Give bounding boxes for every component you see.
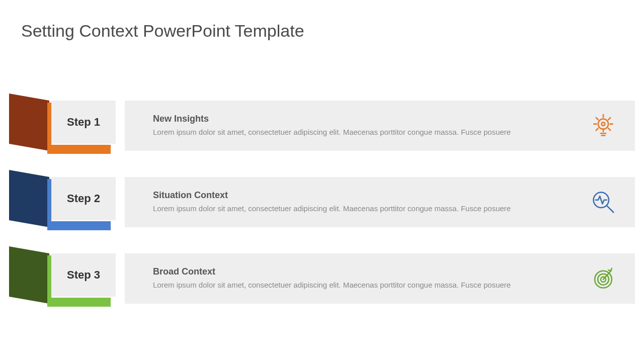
content-body: Lorem ipsum dolor sit amet, consectetuer… — [153, 127, 567, 137]
step-block: Step 2 — [0, 177, 116, 229]
step-wedge — [9, 170, 49, 227]
content-body: Lorem ipsum dolor sit amet, consectetuer… — [153, 204, 567, 214]
step-accent — [47, 298, 111, 307]
content-text: Broad Context Lorem ipsum dolor sit amet… — [153, 266, 607, 290]
content-heading: New Insights — [153, 114, 567, 124]
svg-line-8 — [596, 118, 598, 120]
step-block: Step 3 — [0, 253, 116, 306]
lightbulb-icon — [590, 112, 617, 139]
step-accent — [47, 145, 111, 154]
step-label: Step 2 — [51, 177, 116, 220]
step-accent — [47, 221, 111, 230]
step-label: Step 1 — [51, 101, 116, 144]
content-heading: Broad Context — [153, 266, 567, 277]
svg-line-13 — [607, 206, 614, 213]
svg-line-10 — [596, 128, 598, 130]
svg-line-9 — [608, 118, 610, 120]
steps-container: Step 1 New Insights Lorem ipsum dolor si… — [0, 101, 644, 330]
step-row: Step 3 Broad Context Lorem ipsum dolor s… — [0, 253, 644, 306]
slide-title: Setting Context PowerPoint Template — [21, 21, 304, 41]
step-row: Step 2 Situation Context Lorem ipsum dol… — [0, 177, 644, 229]
step-block: Step 1 — [0, 101, 116, 153]
pulse-magnifier-icon — [590, 189, 617, 216]
target-icon — [590, 265, 617, 292]
step-label: Step 3 — [51, 253, 116, 297]
content-bar: New Insights Lorem ipsum dolor sit amet,… — [125, 101, 635, 151]
content-bar: Broad Context Lorem ipsum dolor sit amet… — [125, 253, 635, 304]
step-wedge — [9, 94, 49, 151]
content-body: Lorem ipsum dolor sit amet, consectetuer… — [153, 280, 567, 290]
svg-point-0 — [598, 119, 608, 129]
content-bar: Situation Context Lorem ipsum dolor sit … — [125, 177, 635, 227]
content-heading: Situation Context — [153, 190, 567, 201]
step-wedge — [9, 246, 49, 304]
step-row: Step 1 New Insights Lorem ipsum dolor si… — [0, 101, 644, 153]
svg-point-1 — [602, 122, 605, 126]
content-text: Situation Context Lorem ipsum dolor sit … — [153, 190, 607, 214]
content-text: New Insights Lorem ipsum dolor sit amet,… — [153, 114, 607, 137]
svg-line-11 — [608, 128, 610, 130]
